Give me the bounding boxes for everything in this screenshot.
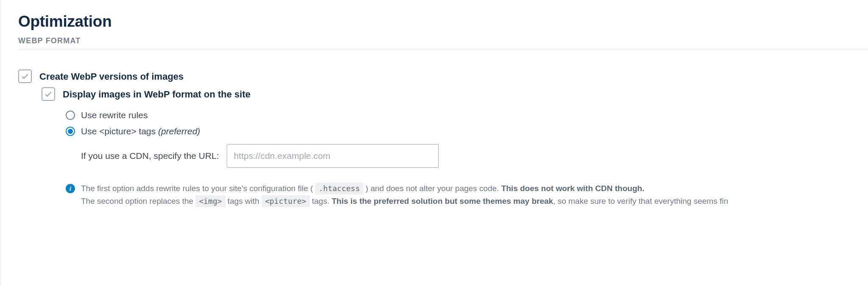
rewrite-radio[interactable] [66,111,75,120]
info-code-htaccess: .htaccess [315,183,364,194]
display-webp-label: Display images in WebP format on the sit… [63,88,250,101]
info-text: The first option adds rewrite rules to y… [81,182,728,208]
display-method-radiogroup: Use rewrite rules Use <picture> tags (pr… [66,110,868,136]
section-divider [18,50,868,50]
optimization-settings-panel: Optimization WEBP FORMAT Create WebP ver… [0,0,868,286]
rewrite-radio-label: Use rewrite rules [81,110,148,120]
info-line1-b: ) and does not alter your pages code. [363,184,501,193]
create-webp-label: Create WebP versions of images [39,70,184,83]
picture-radio-label-suffix: (preferred) [158,126,200,136]
picture-radio-label: Use <picture> tags (preferred) [81,126,200,136]
cdn-url-label: If you use a CDN, specify the URL: [81,151,219,161]
info-note: i The first option adds rewrite rules to… [66,182,868,208]
info-line1-a: The first option adds rewrite rules to y… [81,184,315,193]
create-webp-checkbox[interactable] [18,69,32,83]
info-code-picture: <picture> [262,195,310,207]
info-line2-b: tags with [225,197,262,205]
display-webp-checkbox[interactable] [42,87,55,101]
info-line1-strong: This does not work with CDN though. [501,184,645,193]
info-line2-c: tags. [310,197,332,205]
info-line2-strong: This is the preferred solution but some … [331,197,553,205]
info-code-img: <img> [195,195,225,207]
rewrite-radio-row: Use rewrite rules [66,110,868,120]
page-title: Optimization [18,13,868,31]
picture-radio-row: Use <picture> tags (preferred) [66,126,868,136]
option-display-webp-row: Display images in WebP format on the sit… [42,88,868,101]
cdn-url-input[interactable] [227,144,439,168]
check-icon [44,90,53,98]
section-subtitle: WEBP FORMAT [18,36,868,45]
picture-radio[interactable] [66,127,75,136]
option-create-webp-row: Create WebP versions of images [18,70,868,83]
picture-radio-label-prefix: Use <picture> tags [81,126,158,136]
cdn-url-row: If you use a CDN, specify the URL: [81,144,868,168]
info-line2-a: The second option replaces the [81,197,195,205]
check-icon [21,72,29,81]
info-icon: i [66,184,75,193]
info-line2-d: , so make sure to verify that everything… [553,197,728,205]
